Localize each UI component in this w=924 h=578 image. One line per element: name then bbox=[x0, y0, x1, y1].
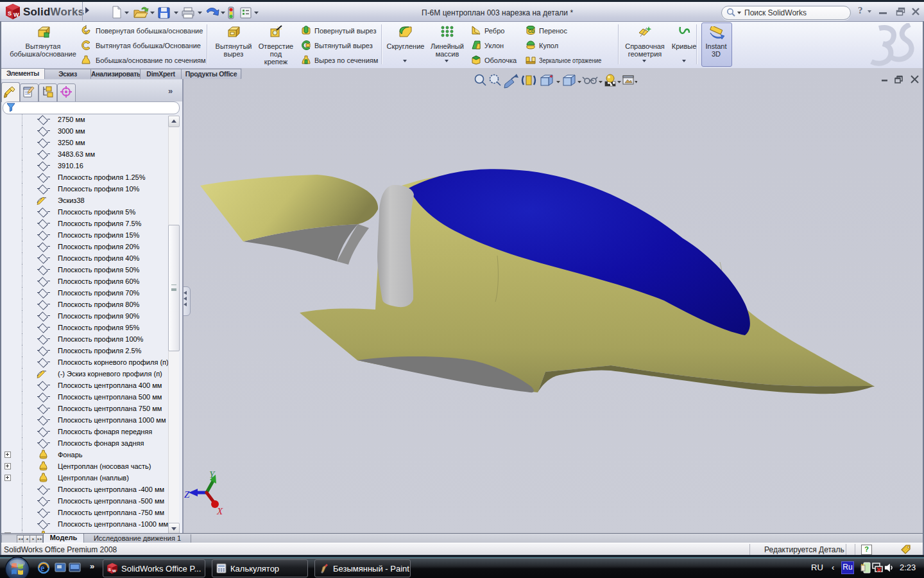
svg-text:e: e bbox=[40, 563, 44, 573]
svg-text:Z: Z bbox=[184, 489, 190, 500]
svg-text:W: W bbox=[13, 12, 19, 18]
svg-text:CD: CD bbox=[528, 29, 535, 33]
svg-text:S: S bbox=[108, 567, 111, 572]
svg-text:S: S bbox=[8, 10, 12, 17]
svg-text:X: X bbox=[216, 506, 223, 516]
svg-text:W: W bbox=[112, 568, 116, 573]
